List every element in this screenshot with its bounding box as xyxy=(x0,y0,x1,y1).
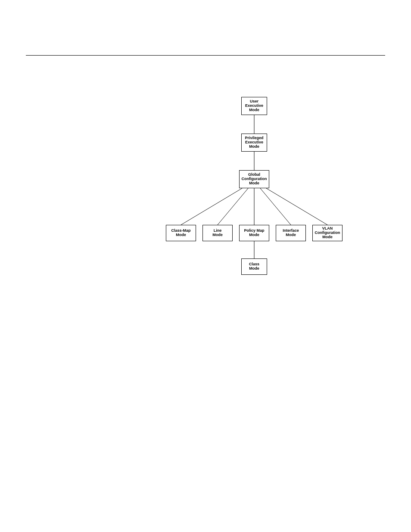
node-label-line: Mode xyxy=(249,108,259,112)
svg-line-6 xyxy=(266,188,327,225)
node-global-configuration-mode: Global Configuration Mode xyxy=(239,170,269,188)
node-line-mode: Line Mode xyxy=(202,225,233,241)
node-vlan-configuration-mode: VLAN Configuration Mode xyxy=(312,225,342,241)
svg-line-5 xyxy=(260,188,291,225)
node-label-line: Mode xyxy=(212,233,223,237)
node-user-executive-mode: User Executive Mode xyxy=(241,97,267,115)
node-class-map-mode: Class-Map Mode xyxy=(166,225,196,241)
diagram-connectors xyxy=(164,97,345,282)
node-label-line: Mode xyxy=(286,233,296,237)
node-label-line: Mode xyxy=(176,233,186,237)
node-label-line: Mode xyxy=(249,181,259,186)
mode-hierarchy-diagram: User Executive Mode Privileged Executive… xyxy=(164,97,345,282)
header-divider xyxy=(26,55,385,56)
node-interface-mode: Interface Mode xyxy=(276,225,306,241)
node-label-line: Mode xyxy=(322,235,333,240)
node-class-mode: Class Mode xyxy=(241,258,267,275)
node-policy-map-mode: Policy Map Mode xyxy=(239,225,269,241)
svg-line-2 xyxy=(181,188,242,225)
svg-line-3 xyxy=(218,188,248,225)
node-label-line: Mode xyxy=(249,233,259,237)
node-privileged-executive-mode: Privileged Executive Mode xyxy=(241,134,267,152)
node-label-line: Mode xyxy=(249,145,259,149)
node-label-line: Mode xyxy=(249,267,259,271)
